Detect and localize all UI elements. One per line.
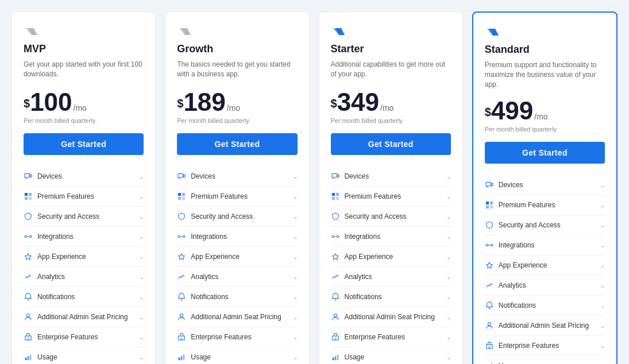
starter-feature-devices[interactable]: Devices ⌄ [331,166,451,187]
growth-usage-chevron: ⌄ [293,354,298,361]
starter-plan-icon [331,26,347,37]
standard-notifications-label: Notifications [499,301,536,309]
starter-feature-premium[interactable]: Premium Features ⌄ [331,187,451,207]
growth-feature-integrations[interactable]: Integrations ⌄ [177,227,297,247]
starter-analytics-chevron: ⌄ [446,274,451,280]
starter-feature-enterprise[interactable]: Enterprise Features ⌄ [331,327,451,347]
standard-get-started-button[interactable]: Get Started [485,142,605,164]
mvp-feature-enterprise[interactable]: Enterprise Features ⌄ [24,327,144,347]
starter-plan-desc: Additional capabilities to get more out … [331,60,451,80]
mvp-feature-integrations[interactable]: Integrations ⌄ [24,227,144,247]
growth-feature-security[interactable]: Security and Access ⌄ [177,207,297,227]
standard-premium-label: Premium Features [499,201,555,209]
svg-point-29 [183,235,186,238]
standard-analytics-icon [485,281,494,290]
mvp-feature-devices[interactable]: Devices ⌄ [24,166,144,187]
standard-feature-notifications[interactable]: Notifications ⌄ [485,296,605,316]
starter-feature-usage[interactable]: Usage ⌄ [331,347,451,364]
svg-point-28 [178,235,180,238]
mvp-feature-security[interactable]: Security and Access ⌄ [24,207,144,227]
svg-rect-25 [182,193,185,196]
svg-rect-59 [486,183,491,186]
growth-analytics-icon [177,272,186,281]
growth-feature-enterprise[interactable]: Enterprise Features ⌄ [177,327,297,347]
growth-devices-chevron: ⌄ [293,173,298,180]
svg-point-32 [180,314,183,317]
standard-feature-security[interactable]: Security and Access ⌄ [485,215,605,235]
standard-plan-desc: Premium support and functionality to max… [485,60,605,89]
mvp-premium-chevron: ⌄ [139,193,144,200]
growth-app-experience-icon [177,252,186,261]
growth-usage-icon [177,353,186,362]
mvp-price-amount: 100 [30,90,72,115]
starter-app-experience-icon [331,252,340,261]
mvp-feature-premium[interactable]: Premium Features ⌄ [24,187,144,207]
standard-notifications-chevron: ⌄ [600,303,605,309]
growth-feature-app-experience[interactable]: App Experience ⌄ [177,247,297,267]
growth-devices-label: Devices [191,172,215,180]
growth-feature-admin-seat[interactable]: Additional Admin Seat Pricing ⌄ [177,307,297,327]
mvp-get-started-button[interactable]: Get Started [24,133,144,155]
growth-feature-premium[interactable]: Premium Features ⌄ [177,187,297,207]
growth-notifications-chevron: ⌄ [293,294,298,300]
svg-rect-2 [25,174,30,177]
mvp-security-chevron: ⌄ [139,214,144,220]
mvp-feature-usage[interactable]: Usage ⌄ [24,347,144,364]
starter-enterprise-chevron: ⌄ [446,334,451,340]
starter-feature-integrations[interactable]: Integrations ⌄ [331,227,451,247]
growth-admin-seat-icon [177,312,186,322]
growth-billing-note: Per month billed quarterly. [177,117,297,124]
starter-feature-app-experience[interactable]: App Experience ⌄ [331,247,451,267]
starter-security-label: Security and Access [345,212,407,220]
starter-feature-notifications[interactable]: Notifications ⌄ [331,287,451,307]
standard-integrations-icon [485,241,494,250]
standard-feature-enterprise[interactable]: Enterprise Features ⌄ [485,336,605,356]
svg-rect-36 [181,356,183,360]
standard-feature-app-experience[interactable]: App Experience ⌄ [485,255,605,276]
growth-price-period: /mo [227,103,240,113]
starter-dollar-sign: $ [331,97,337,110]
mvp-feature-notifications[interactable]: Notifications ⌄ [24,287,144,307]
starter-app-experience-label: App Experience [345,253,393,261]
starter-get-started-button[interactable]: Get Started [331,133,451,155]
growth-feature-notifications[interactable]: Notifications ⌄ [177,287,297,307]
growth-feature-analytics[interactable]: Analytics ⌄ [177,267,297,287]
svg-rect-37 [183,355,185,361]
standard-feature-usage[interactable]: Usage ⌄ [485,356,605,364]
standard-feature-analytics[interactable]: Analytics ⌄ [485,276,605,296]
standard-feature-premium[interactable]: Premium Features ⌄ [485,195,605,215]
mvp-feature-admin-seat[interactable]: Additional Admin Seat Pricing ⌄ [24,307,144,327]
starter-feature-security[interactable]: Security and Access ⌄ [331,207,451,227]
svg-rect-43 [331,193,334,196]
svg-rect-65 [490,206,493,208]
standard-feature-admin-seat[interactable]: Additional Admin Seat Pricing ⌄ [485,316,605,336]
svg-rect-53 [334,338,337,340]
mvp-notifications-label: Notifications [37,293,75,301]
mvp-usage-label: Usage [37,353,57,361]
starter-admin-seat-icon [331,312,340,322]
standard-feature-integrations[interactable]: Integrations ⌄ [485,235,605,255]
growth-feature-devices[interactable]: Devices ⌄ [177,166,297,187]
starter-feature-analytics[interactable]: Analytics ⌄ [331,267,451,287]
starter-feature-admin-seat[interactable]: Additional Admin Seat Pricing ⌄ [331,307,451,327]
growth-notifications-label: Notifications [191,293,228,301]
plan-card-mvp: MVP Get your app started with your first… [11,11,156,364]
starter-usage-chevron: ⌄ [446,354,451,361]
growth-plan-name: Growth [177,43,297,55]
mvp-app-experience-icon [24,252,33,261]
mvp-feature-app-experience[interactable]: App Experience ⌄ [24,247,144,267]
standard-feature-devices[interactable]: Devices ⌄ [485,175,605,195]
svg-point-47 [331,235,334,238]
starter-price-amount: 349 [337,90,379,115]
svg-rect-35 [179,358,180,360]
standard-notifications-icon [485,301,494,310]
growth-feature-usage[interactable]: Usage ⌄ [177,347,297,364]
starter-security-chevron: ⌄ [446,214,451,220]
growth-analytics-chevron: ⌄ [293,274,298,280]
growth-usage-label: Usage [191,353,211,361]
growth-get-started-button[interactable]: Get Started [177,133,297,155]
standard-premium-icon [485,200,494,210]
starter-enterprise-label: Enterprise Features [345,333,405,341]
svg-marker-69 [487,262,493,269]
mvp-feature-analytics[interactable]: Analytics ⌄ [24,267,144,287]
